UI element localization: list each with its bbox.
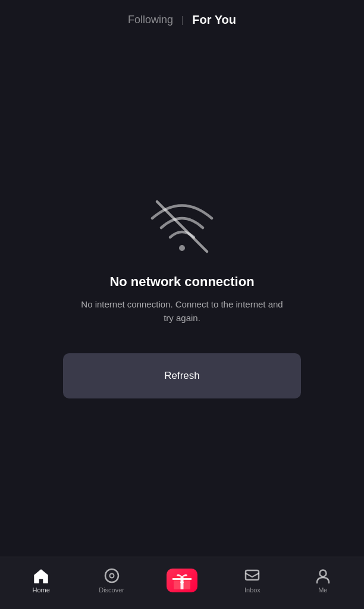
me-label: Me	[318, 586, 327, 594]
svg-rect-7	[172, 578, 192, 580]
svg-point-11	[319, 570, 326, 576]
nav-item-home[interactable]: Home	[6, 567, 76, 594]
home-label: Home	[33, 586, 50, 594]
refresh-button[interactable]: Refresh	[63, 353, 301, 398]
nav-item-me[interactable]: Me	[288, 567, 358, 594]
nav-item-inbox[interactable]: Inbox	[217, 567, 287, 594]
svg-point-0	[179, 245, 185, 251]
main-content: No network connection No internet connec…	[0, 37, 364, 557]
inbox-label: Inbox	[244, 586, 261, 594]
error-subtitle: No internet connection. Connect to the i…	[75, 298, 289, 325]
discover-label: Discover	[99, 586, 124, 594]
home-icon	[33, 567, 49, 584]
discover-icon	[103, 567, 120, 584]
no-wifi-icon	[146, 196, 218, 255]
tab-following[interactable]: Following	[128, 11, 173, 29]
tab-for-you[interactable]: For You	[192, 11, 236, 29]
create-gift-icon	[167, 569, 197, 592]
bottom-nav: Home Discover	[0, 557, 364, 609]
nav-item-create[interactable]	[147, 569, 217, 592]
header-divider: |	[181, 15, 184, 26]
error-title: No network connection	[109, 274, 254, 290]
svg-point-2	[105, 569, 118, 582]
svg-rect-9	[181, 580, 183, 584]
svg-point-3	[109, 573, 114, 577]
nav-item-discover[interactable]: Discover	[76, 567, 146, 594]
profile-icon	[315, 567, 331, 584]
svg-rect-10	[246, 570, 259, 580]
header: Following | For You	[0, 0, 364, 37]
inbox-icon	[244, 567, 261, 584]
